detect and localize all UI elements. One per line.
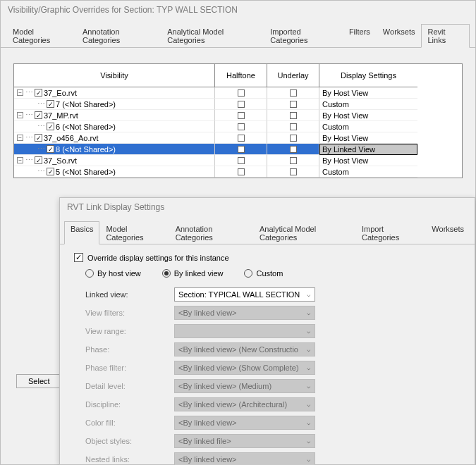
- visibility-checkbox[interactable]: [35, 111, 42, 119]
- visibility-checkbox[interactable]: [35, 156, 42, 164]
- table-row[interactable]: −⋯ 37_o456_Ao.rvtBy Host View: [14, 132, 462, 144]
- underlay-checkbox[interactable]: [290, 135, 297, 142]
- tab-analytical-model-categories[interactable]: Analytical Model Categories: [161, 24, 264, 48]
- sub-tab-worksets[interactable]: Worksets: [425, 221, 470, 244]
- cell-display-settings[interactable]: By Host View: [319, 132, 417, 144]
- underlay-checkbox[interactable]: [290, 101, 297, 108]
- cell-display-settings[interactable]: By Host View: [319, 110, 417, 121]
- halftone-checkbox[interactable]: [238, 112, 245, 119]
- cell-underlay[interactable]: [267, 155, 319, 166]
- table-row[interactable]: ⋯ 5 (<Not Shared>)Custom: [14, 166, 462, 178]
- cell-halftone[interactable]: [215, 87, 267, 99]
- cell-visibility[interactable]: −⋯ 37_Eo.rvt: [14, 87, 215, 99]
- cell-halftone[interactable]: [215, 110, 267, 121]
- table-row[interactable]: ⋯ 6 (<Not Shared>)Custom: [14, 121, 462, 132]
- radio-by-linked-view[interactable]: By linked view: [162, 269, 224, 278]
- cell-halftone[interactable]: [215, 121, 267, 132]
- col-underlay[interactable]: Underlay: [267, 64, 319, 87]
- dropdown-value: <By linked view>: [178, 418, 237, 427]
- halftone-checkbox[interactable]: [238, 123, 245, 130]
- chevron-down-icon: ⌵: [303, 456, 313, 463]
- visibility-checkbox[interactable]: [35, 89, 42, 97]
- cell-display-settings[interactable]: By Host View: [319, 87, 417, 99]
- tree-expander-icon[interactable]: −: [17, 157, 23, 163]
- cell-display-settings[interactable]: By Linked View: [319, 144, 417, 155]
- tree-expander-icon[interactable]: −: [17, 112, 23, 118]
- radio-by-host-view[interactable]: By host view: [85, 269, 141, 278]
- sub-tab-basics[interactable]: Basics: [64, 221, 99, 244]
- sub-tab-annotation-categories[interactable]: Annotation Categories: [169, 221, 253, 244]
- visibility-checkbox[interactable]: [47, 168, 54, 175]
- footer-buttons: Select: [16, 374, 62, 388]
- tree-dots-icon: ⋯: [37, 99, 44, 108]
- halftone-checkbox[interactable]: [238, 135, 245, 142]
- cell-halftone[interactable]: [215, 99, 267, 110]
- cell-halftone[interactable]: [215, 132, 267, 144]
- col-halftone[interactable]: Halftone: [215, 64, 267, 87]
- underlay-checkbox[interactable]: [290, 146, 297, 153]
- tab-worksets[interactable]: Worksets: [377, 24, 422, 48]
- halftone-checkbox[interactable]: [238, 157, 245, 164]
- visibility-checkbox[interactable]: [47, 145, 54, 153]
- cell-display-settings[interactable]: By Host View: [319, 155, 417, 166]
- visibility-checkbox[interactable]: [47, 100, 54, 108]
- table-row[interactable]: −⋯ 37_So.rvtBy Host View: [14, 155, 462, 166]
- cell-underlay[interactable]: [267, 99, 319, 110]
- cell-visibility[interactable]: ⋯ 8 (<Not Shared>): [14, 144, 215, 155]
- cell-visibility[interactable]: ⋯ 5 (<Not Shared>): [14, 166, 215, 178]
- cell-underlay[interactable]: [267, 110, 319, 121]
- underlay-checkbox[interactable]: [290, 168, 297, 175]
- col-visibility[interactable]: Visibility: [14, 64, 215, 87]
- tree-expander-icon[interactable]: −: [17, 89, 23, 96]
- sub-tab-import-categories[interactable]: Import Categories: [355, 221, 425, 244]
- halftone-checkbox[interactable]: [238, 168, 245, 175]
- cell-visibility[interactable]: −⋯ 37_MP.rvt: [14, 110, 215, 121]
- dialog-title: Visibility/Graphic Overrides for Section…: [1, 1, 475, 19]
- cell-halftone[interactable]: [215, 166, 267, 178]
- radio-custom[interactable]: Custom: [244, 269, 283, 278]
- halftone-checkbox[interactable]: [238, 89, 245, 97]
- cell-visibility[interactable]: −⋯ 37_So.rvt: [14, 155, 215, 166]
- override-checkbox-row[interactable]: Override display settings for this insta…: [74, 253, 466, 262]
- underlay-checkbox[interactable]: [290, 157, 297, 164]
- tab-annotation-categories[interactable]: Annotation Categories: [76, 24, 161, 48]
- dropdown-value: <By linked file>: [178, 437, 231, 445]
- cell-underlay[interactable]: [267, 144, 319, 155]
- cell-underlay[interactable]: [267, 166, 319, 178]
- halftone-checkbox[interactable]: [238, 101, 245, 108]
- underlay-checkbox[interactable]: [290, 112, 297, 119]
- cell-halftone[interactable]: [215, 144, 267, 155]
- cell-visibility[interactable]: ⋯ 7 (<Not Shared>): [14, 99, 215, 110]
- visibility-checkbox[interactable]: [35, 134, 42, 142]
- dropdown-linked-view[interactable]: Section: TYPICAL WALL SECTION⌵: [174, 287, 315, 302]
- cell-display-settings[interactable]: Custom: [319, 121, 417, 132]
- field-label: Color fill:: [68, 418, 174, 427]
- table-row[interactable]: −⋯ 37_MP.rvtBy Host View: [14, 110, 462, 121]
- cell-display-settings[interactable]: Custom: [319, 99, 417, 110]
- tab-imported-categories[interactable]: Imported Categories: [264, 24, 343, 48]
- select-button[interactable]: Select: [16, 374, 62, 388]
- table-row[interactable]: −⋯ 37_Eo.rvtBy Host View: [14, 87, 462, 99]
- cell-visibility[interactable]: −⋯ 37_o456_Ao.rvt: [14, 132, 215, 144]
- tab-filters[interactable]: Filters: [343, 24, 377, 48]
- cell-display-settings[interactable]: Custom: [319, 166, 417, 178]
- underlay-checkbox[interactable]: [290, 89, 297, 97]
- tab-model-categories[interactable]: Model Categories: [6, 24, 76, 48]
- override-checkbox[interactable]: [74, 253, 83, 262]
- cell-visibility[interactable]: ⋯ 6 (<Not Shared>): [14, 121, 215, 132]
- visibility-checkbox[interactable]: [47, 123, 54, 130]
- cell-underlay[interactable]: [267, 121, 319, 132]
- cell-underlay[interactable]: [267, 87, 319, 99]
- table-row[interactable]: ⋯ 7 (<Not Shared>)Custom: [14, 99, 462, 110]
- sub-tab-model-categories[interactable]: Model Categories: [99, 221, 169, 244]
- halftone-checkbox[interactable]: [238, 146, 245, 153]
- underlay-checkbox[interactable]: [290, 123, 297, 130]
- rvt-link-display-dialog: RVT Link Display Settings BasicsModel Ca…: [59, 197, 475, 465]
- tree-expander-icon[interactable]: −: [17, 135, 23, 141]
- tab-revit-links[interactable]: Revit Links: [421, 24, 470, 48]
- cell-halftone[interactable]: [215, 155, 267, 166]
- cell-underlay[interactable]: [267, 132, 319, 144]
- col-display-settings[interactable]: Display Settings: [319, 64, 417, 87]
- sub-tab-analytical-model-categories[interactable]: Analytical Model Categories: [253, 221, 355, 244]
- table-row[interactable]: ⋯ 8 (<Not Shared>)By Linked View: [14, 144, 462, 155]
